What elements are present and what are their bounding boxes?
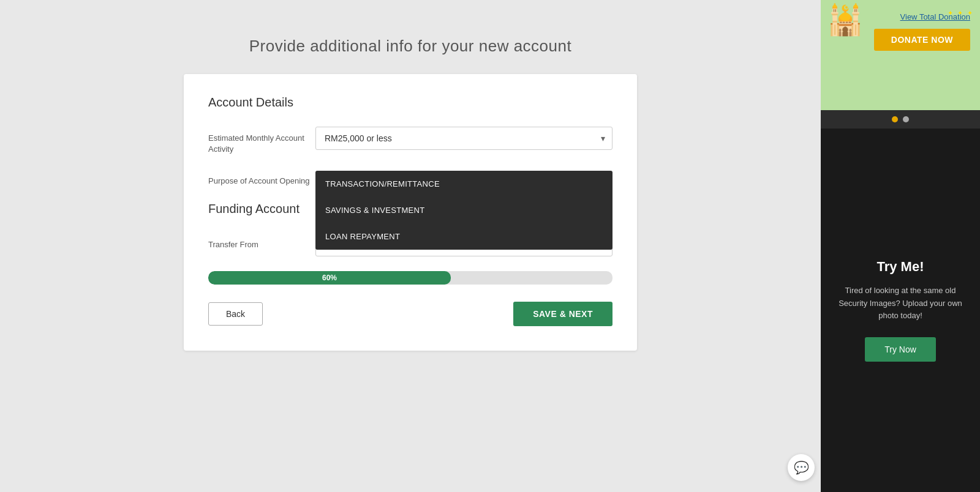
form-card: Account Details Estimated Monthly Accoun…	[184, 74, 637, 351]
save-next-button[interactable]: SAVE & NEXT	[513, 302, 612, 326]
dropdown-item-transaction[interactable]: TRANSACTION/REMITTANCE	[315, 171, 612, 197]
chat-bubble-icon: 💬	[794, 460, 809, 475]
dropdown-item-savings[interactable]: SAVINGS & INVESTMENT	[315, 197, 612, 223]
estimated-monthly-select-wrap: RM25,000 or less ▾	[315, 127, 612, 150]
purpose-row: Purpose of Account Opening TRANSACTION/R…	[208, 170, 612, 187]
progress-label: 60%	[322, 274, 337, 282]
dot-2[interactable]	[903, 116, 909, 122]
purpose-dropdown-menu: TRANSACTION/REMITTANCE SAVINGS & INVESTM…	[315, 171, 612, 250]
progress-bar-wrap: 60%	[208, 271, 612, 285]
right-sidebar: 🕌 ✦ ✦ ✦ View Total Donation DONATE NOW T…	[821, 0, 980, 492]
try-me-desc: Tired of looking at the same old Securit…	[833, 285, 968, 322]
button-row: Back SAVE & NEXT	[208, 302, 612, 326]
dropdown-item-loan[interactable]: LOAN REPAYMENT	[315, 223, 612, 250]
account-details-title: Account Details	[208, 95, 612, 110]
page-title: Provide additional info for your new acc…	[249, 37, 571, 56]
main-content: Provide additional info for your new acc…	[0, 0, 821, 492]
estimated-monthly-label: Estimated Monthly Account Activity	[208, 127, 315, 155]
progress-bar: 60%	[208, 271, 451, 285]
try-me-panel: Try Me! Tired of looking at the same old…	[821, 129, 980, 492]
back-button[interactable]: Back	[208, 302, 263, 326]
dot-1[interactable]	[892, 116, 898, 122]
dot-indicators	[821, 110, 980, 129]
mosque-icon: 🕌	[827, 3, 864, 37]
try-now-button[interactable]: Try Now	[865, 337, 936, 362]
transfer-from-label: Transfer From	[208, 233, 315, 250]
donate-now-button[interactable]: DONATE NOW	[874, 29, 970, 51]
estimated-monthly-select[interactable]: RM25,000 or less	[315, 127, 612, 150]
purpose-label: Purpose of Account Opening	[208, 170, 315, 187]
estimated-monthly-row: Estimated Monthly Account Activity RM25,…	[208, 127, 612, 155]
chat-icon[interactable]: 💬	[788, 454, 815, 481]
donation-banner: 🕌 ✦ ✦ ✦ View Total Donation DONATE NOW	[821, 0, 980, 110]
try-me-title: Try Me!	[876, 259, 924, 275]
stars-decoration: ✦ ✦ ✦	[948, 9, 974, 17]
